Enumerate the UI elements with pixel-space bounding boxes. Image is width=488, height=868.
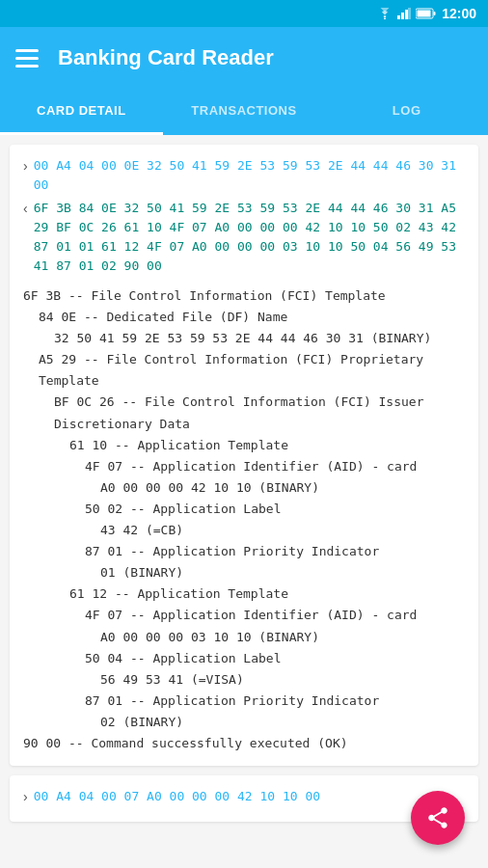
card-section-1: › 00 A4 04 00 0E 32 50 41 59 2E 53 59 53… [10, 145, 478, 766]
parsed-section: 6F 3B -- File Control Information (FCI) … [23, 285, 465, 754]
parsed-line: 90 00 -- Command successfully executed (… [23, 733, 465, 754]
command-arrow: › [23, 156, 28, 176]
signal-icon [397, 8, 411, 19]
svg-point-0 [384, 18, 386, 20]
status-bar: 12:00 [0, 0, 488, 27]
command-hex-row-2: › 00 A4 04 00 07 A0 00 00 00 42 10 10 00 [23, 787, 465, 806]
parsed-line: BF 0C 26 -- File Control Information (FC… [23, 392, 465, 434]
parsed-line: 50 02 -- Application Label [23, 499, 465, 520]
parsed-line: 4F 07 -- Application Identifier (AID) - … [23, 605, 465, 626]
battery-icon [416, 8, 437, 19]
response-arrow: ‹ [23, 199, 28, 218]
share-icon [425, 805, 450, 830]
parsed-line: 43 42 (=CB) [23, 520, 465, 541]
parsed-line: 61 12 -- Application Template [23, 583, 465, 605]
command-arrow-2: › [23, 787, 28, 806]
parsed-line: 61 10 -- Application Template [23, 435, 465, 456]
card-section-2: › 00 A4 04 00 07 A0 00 00 00 42 10 10 00 [10, 775, 478, 822]
tab-log[interactable]: LOG [325, 89, 488, 135]
response-hex: 6F 3B 84 0E 32 50 41 59 2E 53 59 53 2E 4… [34, 199, 465, 276]
parsed-line: A0 00 00 00 42 10 10 (BINARY) [23, 477, 465, 499]
parsed-line: 02 (BINARY) [23, 712, 465, 733]
parsed-line: 84 0E -- Dedicated File (DF) Name [23, 307, 465, 328]
parsed-line: 32 50 41 59 2E 53 59 53 2E 44 44 46 30 3… [23, 328, 465, 349]
svg-rect-2 [401, 13, 404, 19]
app-bar: Banking Card Reader [0, 27, 488, 89]
svg-rect-6 [434, 12, 436, 15]
app-title: Banking Card Reader [58, 45, 274, 70]
command-hex-row: › 00 A4 04 00 0E 32 50 41 59 2E 53 59 53… [23, 156, 465, 195]
status-time: 12:00 [442, 6, 476, 21]
parsed-line: 01 (BINARY) [23, 562, 465, 583]
svg-rect-7 [418, 11, 431, 17]
share-fab[interactable] [411, 791, 465, 845]
main-content: › 00 A4 04 00 0E 32 50 41 59 2E 53 59 53… [0, 135, 488, 868]
command-hex: 00 A4 04 00 0E 32 50 41 59 2E 53 59 53 2… [34, 156, 465, 195]
parsed-line: 4F 07 -- Application Identifier (AID) - … [23, 456, 465, 477]
hamburger-menu[interactable] [15, 49, 39, 68]
tab-bar: CARD DETAIL TRANSACTIONS LOG [0, 89, 488, 135]
parsed-line: A5 29 -- File Control Information (FCI) … [23, 349, 465, 392]
tab-transactions[interactable]: TRANSACTIONS [163, 89, 326, 135]
tab-card-detail[interactable]: CARD DETAIL [0, 89, 163, 135]
parsed-line: A0 00 00 00 03 10 10 (BINARY) [23, 627, 465, 648]
svg-rect-4 [408, 8, 411, 19]
wifi-icon [377, 8, 393, 19]
parsed-line: 6F 3B -- File Control Information (FCI) … [23, 285, 465, 307]
parsed-line: 87 01 -- Application Priority Indicator [23, 541, 465, 562]
status-icons: 12:00 [377, 6, 476, 21]
svg-rect-3 [405, 10, 408, 19]
response-hex-row: ‹ 6F 3B 84 0E 32 50 41 59 2E 53 59 53 2E… [23, 199, 465, 276]
command-hex-2: 00 A4 04 00 07 A0 00 00 00 42 10 10 00 [34, 787, 320, 806]
parsed-line: 50 04 -- Application Label [23, 648, 465, 669]
parsed-line: 87 01 -- Application Priority Indicator [23, 691, 465, 712]
parsed-line: 56 49 53 41 (=VISA) [23, 669, 465, 691]
svg-rect-1 [397, 15, 400, 19]
